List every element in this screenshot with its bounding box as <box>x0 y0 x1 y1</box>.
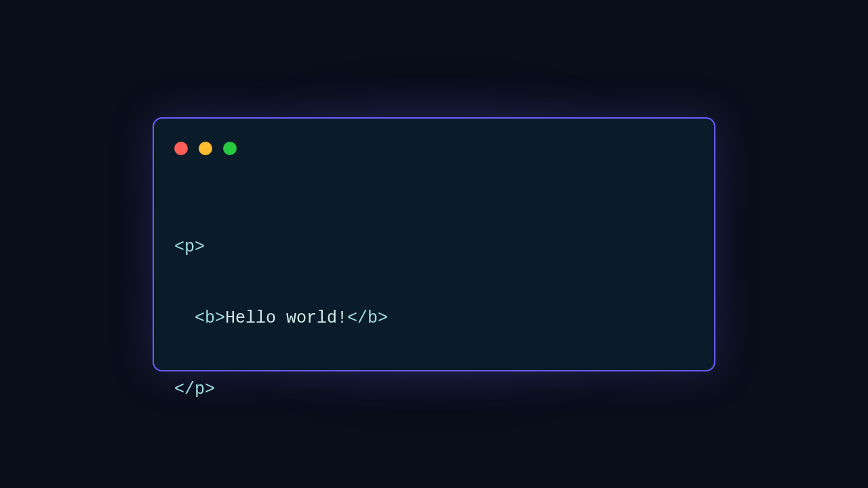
code-line-1: <p> <box>174 235 694 259</box>
maximize-dot-icon[interactable] <box>223 142 237 155</box>
code-token-tag-open: <b> <box>195 308 225 328</box>
terminal-window: <p> <b>Hello world!</b> </p> <box>153 117 715 371</box>
code-block: <p> <b>Hello world!</b> </p> <box>174 188 694 449</box>
code-token-tag-close: </b> <box>347 308 388 328</box>
minimize-dot-icon[interactable] <box>199 142 212 155</box>
code-line-3: </p> <box>174 378 694 401</box>
code-line-2: <b>Hello world!</b> <box>174 306 694 330</box>
code-token-tag-open: <p> <box>174 237 205 257</box>
close-dot-icon[interactable] <box>174 142 188 155</box>
code-token-tag-close: </p> <box>174 380 215 399</box>
window-traffic-lights <box>174 142 694 155</box>
code-text: Hello world! <box>225 308 347 328</box>
code-indent <box>174 306 195 330</box>
